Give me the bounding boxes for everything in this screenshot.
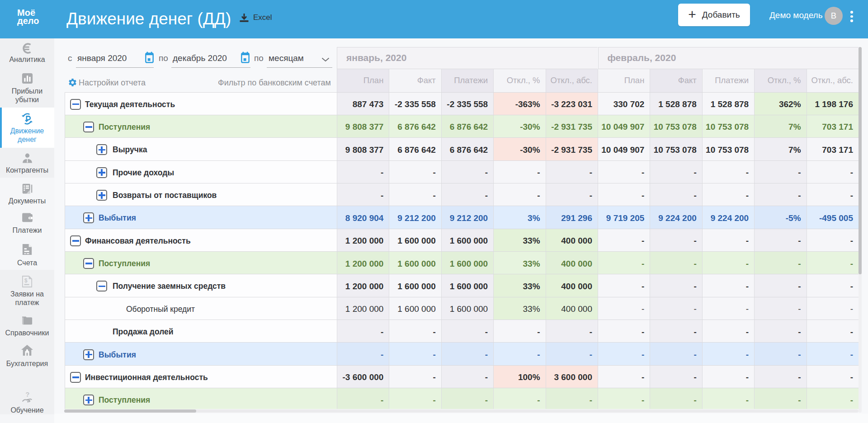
svg-text:$: $ [24,277,28,284]
svg-text:?: ? [25,391,29,398]
